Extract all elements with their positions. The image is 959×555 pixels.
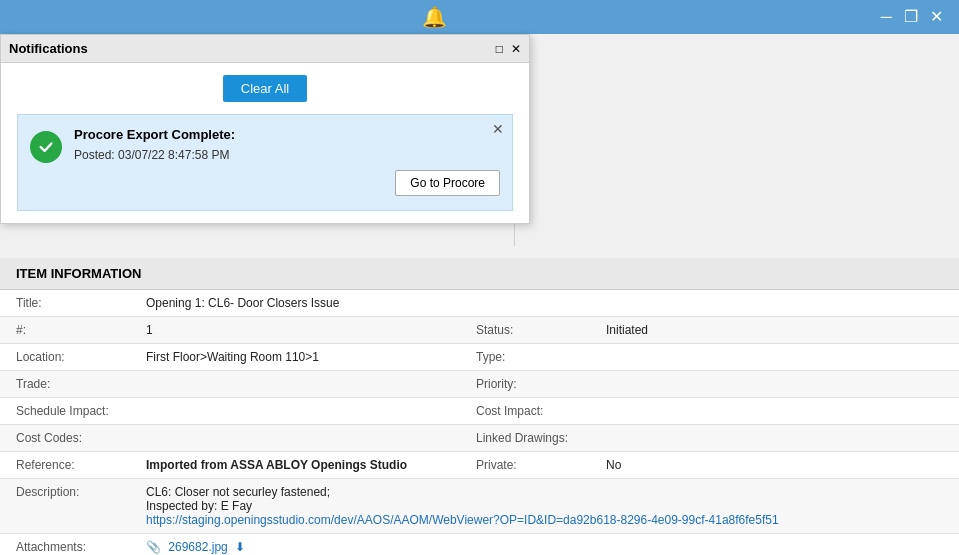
type-label: Type: [460, 344, 590, 371]
table-row: Location: First Floor>Waiting Room 110>1… [0, 344, 959, 371]
table-row: Trade: Priority: [0, 371, 959, 398]
main-content: ITEM INFORMATION Title: Opening 1: CL6- … [0, 258, 959, 555]
cost-impact-label: Cost Impact: [460, 398, 590, 425]
table-row: Attachments: 📎 269682.jpg ⬇ [0, 534, 959, 556]
clear-all-button[interactable]: Clear All [223, 75, 307, 102]
table-row: Title: Opening 1: CL6- Door Closers Issu… [0, 290, 959, 317]
location-label: Location: [0, 344, 130, 371]
status-value: Initiated [590, 317, 959, 344]
notification-text-block: Procore Export Complete: Posted: 03/07/2… [74, 127, 500, 196]
item-information-table: Title: Opening 1: CL6- Door Closers Issu… [0, 290, 959, 555]
notification-card: ✕ Procore Export Complete: Posted: 03/07… [17, 114, 513, 211]
success-icon [30, 131, 62, 163]
minimize-button[interactable]: ─ [881, 9, 892, 25]
go-to-procore-button[interactable]: Go to Procore [395, 170, 500, 196]
trade-value [130, 371, 460, 398]
linked-drawings-value [590, 425, 959, 452]
description-value: CL6: Closer not securley fastened; Inspe… [130, 479, 959, 534]
description-link[interactable]: https://staging.openingsstudio.com/dev/A… [146, 513, 779, 527]
item-information-header: ITEM INFORMATION [0, 258, 959, 290]
schedule-impact-label: Schedule Impact: [0, 398, 130, 425]
bell-icon[interactable]: 🔔 [422, 5, 447, 29]
cost-codes-label: Cost Codes: [0, 425, 130, 452]
notification-body: Clear All ✕ Procore Export Complete: Pos… [1, 63, 529, 223]
cost-impact-value [590, 398, 959, 425]
close-button[interactable]: ✕ [930, 9, 943, 25]
download-icon[interactable]: ⬇ [235, 540, 245, 554]
trade-label: Trade: [0, 371, 130, 398]
attachments-label: Attachments: [0, 534, 130, 556]
app-chrome: 🔔 ─ ❐ ✕ [0, 0, 959, 34]
title-label: Title: [0, 290, 130, 317]
table-row: #: 1 Status: Initiated [0, 317, 959, 344]
notification-popup: Notifications □ ✕ Clear All ✕ Procore Ex… [0, 34, 530, 224]
notification-sub-text: Posted: 03/07/22 8:47:58 PM [74, 148, 500, 162]
type-value [590, 344, 959, 371]
attachments-value: 📎 269682.jpg ⬇ [130, 534, 959, 556]
table-row: Schedule Impact: Cost Impact: [0, 398, 959, 425]
attachment-icon: 📎 [146, 540, 161, 554]
linked-drawings-label: Linked Drawings: [460, 425, 590, 452]
priority-value [590, 371, 959, 398]
notification-main-text: Procore Export Complete: [74, 127, 500, 142]
status-label: Status: [460, 317, 590, 344]
reference-label: Reference: [0, 452, 130, 479]
notification-card-close-button[interactable]: ✕ [492, 121, 504, 137]
notification-title: Notifications [9, 41, 88, 56]
notification-maximize-button[interactable]: □ [496, 42, 503, 56]
table-row: Reference: Imported from ASSA ABLOY Open… [0, 452, 959, 479]
title-value: Opening 1: CL6- Door Closers Issue [130, 290, 959, 317]
number-label: #: [0, 317, 130, 344]
reference-value: Imported from ASSA ABLOY Openings Studio [130, 452, 460, 479]
notification-card-content: Procore Export Complete: Posted: 03/07/2… [30, 127, 500, 196]
notification-titlebar: Notifications □ ✕ [1, 35, 529, 63]
description-label: Description: [0, 479, 130, 534]
cost-codes-value [130, 425, 460, 452]
schedule-impact-value [130, 398, 460, 425]
number-value: 1 [130, 317, 460, 344]
table-row: Cost Codes: Linked Drawings: [0, 425, 959, 452]
priority-label: Priority: [460, 371, 590, 398]
private-value: No [590, 452, 959, 479]
private-label: Private: [460, 452, 590, 479]
notification-titlebar-controls: □ ✕ [496, 42, 521, 56]
table-row: Description: CL6: Closer not securley fa… [0, 479, 959, 534]
notification-close-button[interactable]: ✕ [511, 42, 521, 56]
maximize-button[interactable]: ❐ [904, 9, 918, 25]
location-value: First Floor>Waiting Room 110>1 [130, 344, 460, 371]
attachment-link[interactable]: 269682.jpg [168, 540, 227, 554]
